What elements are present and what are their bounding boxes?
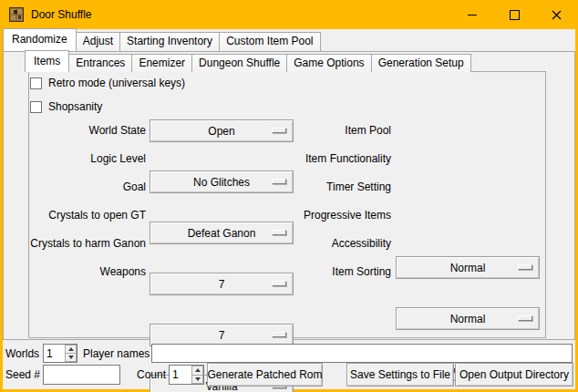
dropdown-indicator-icon (272, 230, 286, 235)
logic-level-dropdown[interactable]: No Glitches (150, 170, 294, 193)
app-door-icon (9, 7, 24, 22)
item-pool-label: Item Pool (300, 119, 391, 142)
close-icon (552, 10, 562, 20)
dropdown-value: No Glitches (193, 176, 250, 189)
accessibility-label: Accessibility (300, 232, 391, 255)
retro-mode-checkbox[interactable]: Retro mode (universal keys) (30, 77, 185, 89)
progressive-items-label: Progressive Items (300, 204, 391, 227)
door-shuffle-window: Door Shuffle Randomize Adjust Starting I… (0, 0, 578, 392)
tab-generation-setup[interactable]: Generation Setup (371, 54, 471, 72)
weapons-label: Weapons (18, 261, 146, 284)
tab-enemizer[interactable]: Enemizer (131, 54, 192, 72)
seed-label: Seed # (5, 365, 40, 385)
crystals-ganon-label: Crystals to harm Ganon (18, 232, 146, 255)
tab-randomize[interactable]: Randomize (3, 28, 77, 51)
maximize-button[interactable] (493, 0, 535, 29)
item-pool-dropdown[interactable]: Normal (396, 256, 540, 279)
window-title: Door Shuffle (31, 0, 92, 29)
world-state-label: World State (18, 119, 146, 142)
item-functionality-label: Item Functionality (300, 148, 391, 170)
player-names-input[interactable] (151, 344, 573, 363)
main-tabs: Randomize Adjust Starting Inventory Cust… (3, 32, 321, 51)
tab-entrances[interactable]: Entrances (68, 54, 132, 72)
worlds-spinner[interactable] (43, 344, 77, 363)
worlds-input[interactable] (44, 345, 65, 362)
crystals-gt-label: Crystals to open GT (18, 204, 146, 227)
dropdown-indicator-icon (272, 179, 286, 184)
tab-custom-item-pool[interactable]: Custom Item Pool (219, 32, 320, 51)
worlds-label: Worlds (5, 344, 39, 364)
world-state-dropdown[interactable]: Open (150, 119, 294, 142)
maximize-icon (510, 10, 520, 20)
timer-setting-label: Timer Setting (300, 176, 391, 199)
item-functionality-dropdown[interactable]: Normal (396, 307, 540, 330)
dropdown-value: Open (208, 125, 234, 138)
dropdown-indicator-icon (272, 128, 286, 133)
titlebar[interactable]: Door Shuffle (0, 0, 578, 29)
spin-down-icon[interactable] (191, 376, 203, 385)
count-spinner[interactable] (169, 365, 204, 385)
crystals-gt-dropdown[interactable]: 7 (150, 273, 294, 295)
seed-input[interactable] (43, 365, 120, 385)
player-names-label: Player names (83, 344, 150, 364)
dropdown-indicator-icon (518, 315, 532, 321)
dropdown-value: 7 (219, 278, 225, 291)
dropdown-value: Defeat Ganon (188, 227, 256, 240)
sub-tabs: Items Entrances Enemizer Dungeon Shuffle… (25, 54, 471, 72)
tab-adjust[interactable]: Adjust (76, 32, 120, 51)
item-sorting-label: Item Sorting (300, 261, 391, 284)
shopsanity-checkbox[interactable]: Shopsanity (30, 100, 102, 113)
checkbox-label: Shopsanity (48, 100, 102, 113)
logic-level-label: Logic Level (18, 148, 146, 170)
checkbox-box[interactable] (30, 101, 42, 113)
tab-dungeon-shuffle[interactable]: Dungeon Shuffle (191, 54, 287, 72)
goal-dropdown[interactable]: Defeat Ganon (150, 222, 294, 244)
dropdown-indicator-icon (518, 264, 532, 270)
minimize-icon (468, 15, 477, 15)
open-output-directory-button[interactable]: Open Output Directory (455, 363, 573, 387)
tab-game-options[interactable]: Game Options (286, 54, 371, 72)
minimize-button[interactable] (451, 0, 493, 29)
tab-items[interactable]: Items (25, 50, 69, 72)
generate-patched-rom-button[interactable]: Generate Patched Rom (207, 363, 323, 387)
checkbox-label: Retro mode (universal keys) (48, 77, 185, 89)
tab-starting-inventory[interactable]: Starting Inventory (119, 32, 220, 51)
dropdown-indicator-icon (272, 332, 286, 337)
count-input[interactable] (170, 366, 191, 384)
spin-up-icon[interactable] (65, 345, 77, 354)
close-button[interactable] (535, 0, 577, 29)
dropdown-value: Normal (450, 313, 486, 325)
dropdown-indicator-icon (272, 281, 286, 286)
save-settings-button[interactable]: Save Settings to File (346, 363, 454, 387)
dropdown-value: 7 (219, 329, 225, 342)
checkbox-box[interactable] (30, 77, 42, 89)
count-label: Count (129, 365, 166, 385)
dropdown-value: Normal (450, 262, 486, 274)
spin-up-icon[interactable] (191, 366, 203, 376)
goal-label: Goal (18, 176, 146, 199)
spin-down-icon[interactable] (65, 354, 77, 362)
